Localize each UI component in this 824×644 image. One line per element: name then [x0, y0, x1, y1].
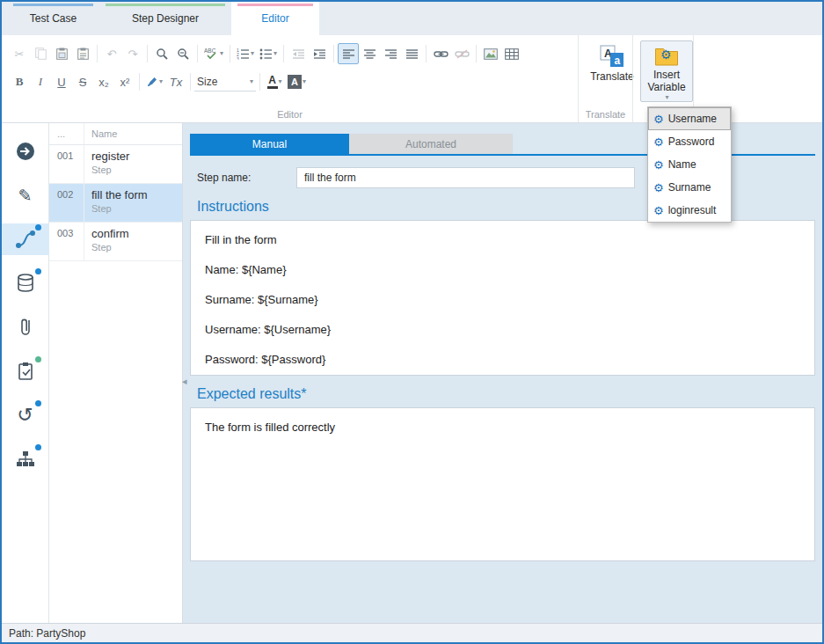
menu-item-password[interactable]: ⚙Password — [648, 130, 731, 153]
edit-pencil-icon: ✎ — [18, 186, 33, 206]
toolbar-separator — [190, 73, 191, 91]
replace-button[interactable] — [172, 43, 193, 64]
underline-button[interactable]: U — [51, 71, 72, 92]
background-color-button[interactable]: A▾ — [285, 71, 309, 92]
tab-accent-strip — [237, 4, 313, 6]
subscript-icon: x₂ — [98, 76, 109, 89]
instructions-editor[interactable]: Fill in the form Name: ${Name} Surname: … — [190, 220, 815, 376]
tab-test-case[interactable]: Test Case — [7, 2, 99, 35]
copy-button[interactable] — [30, 43, 51, 64]
subscript-button[interactable]: x₂ — [93, 71, 114, 92]
status-bar: Path: PartyShop — [2, 623, 822, 642]
rail-item-attachments[interactable] — [2, 311, 49, 343]
italic-button[interactable]: I — [30, 71, 51, 92]
step-row-001[interactable]: 001 registerStep — [49, 145, 182, 184]
background-color-icon: A — [288, 75, 302, 89]
tab-editor[interactable]: Editor — [231, 2, 319, 35]
format-painter-icon — [146, 76, 158, 88]
spellcheck-button[interactable]: ABC▾ — [201, 43, 226, 64]
unlink-button[interactable] — [451, 43, 472, 64]
translate-button-label: Translate — [590, 70, 634, 83]
align-justify-icon — [405, 48, 419, 60]
format-painter-button[interactable]: ▾ — [143, 71, 165, 92]
undo-icon: ↶ — [107, 48, 117, 61]
expected-results-editor[interactable]: The form is filled correctly — [190, 407, 815, 561]
step-number: 003 — [49, 223, 84, 260]
increase-indent-button[interactable] — [309, 43, 330, 64]
font-size-dropdown[interactable]: Size▾ — [194, 72, 256, 91]
menu-item-name[interactable]: ⚙Name — [648, 153, 731, 176]
collapse-panel-handle[interactable]: ◂ — [182, 377, 187, 386]
align-right-button[interactable] — [380, 43, 401, 64]
italic-icon: I — [39, 75, 42, 89]
chevron-down-icon: ▾ — [159, 78, 163, 85]
chevron-down-icon: ▾ — [273, 50, 277, 57]
paste-button[interactable] — [51, 43, 72, 64]
menu-item-label: Username — [668, 113, 717, 125]
find-button[interactable] — [151, 43, 172, 64]
variable-gear-icon: ⚙ — [653, 205, 664, 216]
paste-plain-text-button[interactable] — [72, 43, 93, 64]
align-justify-button[interactable] — [401, 43, 422, 64]
database-icon — [17, 274, 34, 293]
insert-image-button[interactable] — [480, 43, 501, 64]
insert-link-button[interactable] — [430, 43, 451, 64]
rail-item-test-data[interactable] — [2, 267, 49, 299]
chevron-down-icon: ▾ — [251, 50, 254, 57]
insert-variable-button[interactable]: ⚙ Insert Variable ▾ — [640, 40, 693, 102]
align-left-button[interactable] — [338, 43, 359, 64]
superscript-icon: x² — [120, 76, 130, 89]
redo-button[interactable]: ↷ — [122, 43, 143, 64]
menu-item-username[interactable]: ⚙Username — [648, 107, 731, 130]
align-center-button[interactable] — [359, 43, 380, 64]
bulleted-list-button[interactable]: ▾ — [257, 43, 280, 64]
strikethrough-button[interactable]: S — [72, 71, 93, 92]
toolbar-row-2: B I U S x₂ x² ▾ Tx Size▾ A▾ A▾ — [9, 69, 572, 95]
variable-gear-icon: ⚙ — [653, 182, 664, 194]
instructions-paragraph: Name: ${Name} — [205, 263, 800, 276]
steps-list-header: ... Name — [49, 123, 182, 145]
tab-step-designer[interactable]: Step Designer — [99, 2, 231, 35]
expected-results-paragraph: The form is filled correctly — [205, 421, 800, 434]
rail-item-edit[interactable]: ✎ — [2, 179, 49, 211]
cut-button[interactable]: ✂ — [9, 43, 30, 64]
menu-item-loginresult[interactable]: ⚙loginresult — [648, 199, 731, 222]
toolbar-separator — [426, 45, 427, 62]
bold-button[interactable]: B — [9, 71, 30, 92]
notification-dot — [35, 224, 41, 231]
step-row-002[interactable]: 002 fill the formStep — [49, 184, 182, 223]
menu-item-surname[interactable]: ⚙Surname — [648, 176, 731, 199]
translate-button[interactable]: Aa Translate — [586, 40, 638, 84]
undo-button[interactable]: ↶ — [101, 43, 122, 64]
rail-item-steps[interactable] — [2, 223, 49, 255]
increase-indent-icon — [313, 48, 326, 60]
tab-accent-strip — [106, 4, 225, 6]
variable-gear-icon: ⚙ — [653, 136, 664, 148]
ribbon-group-translate: Aa Translate Translate — [578, 35, 632, 122]
steps-icon — [14, 230, 37, 249]
tab-automated[interactable]: Automated — [349, 134, 513, 154]
superscript-button[interactable]: x² — [114, 71, 135, 92]
decrease-indent-button[interactable] — [288, 43, 309, 64]
menu-item-label: Name — [668, 158, 696, 171]
step-name-input[interactable] — [296, 167, 635, 188]
insert-table-button[interactable] — [501, 43, 522, 64]
image-icon — [484, 48, 498, 60]
rail-item-enter[interactable] — [2, 135, 49, 167]
text-color-button[interactable]: A▾ — [264, 71, 285, 92]
rail-item-history[interactable]: ↺ — [2, 399, 49, 431]
instructions-paragraph: Surname: ${Surname} — [205, 293, 800, 306]
link-icon — [434, 49, 448, 59]
menu-item-label: Password — [668, 135, 715, 148]
step-row-003[interactable]: 003 confirmStep — [49, 223, 182, 261]
tab-manual[interactable]: Manual — [190, 134, 349, 154]
step-name-label: Step name: — [197, 172, 296, 184]
remove-format-icon: Tx — [170, 76, 182, 89]
remove-format-button[interactable]: Tx — [165, 71, 186, 92]
copy-icon — [35, 48, 47, 60]
numbered-list-button[interactable]: 123▾ — [234, 43, 257, 64]
toolbar-separator — [197, 45, 198, 62]
paste-plain-text-icon — [77, 48, 89, 60]
rail-item-checklist[interactable] — [2, 355, 49, 387]
rail-item-hierarchy[interactable] — [2, 443, 49, 475]
